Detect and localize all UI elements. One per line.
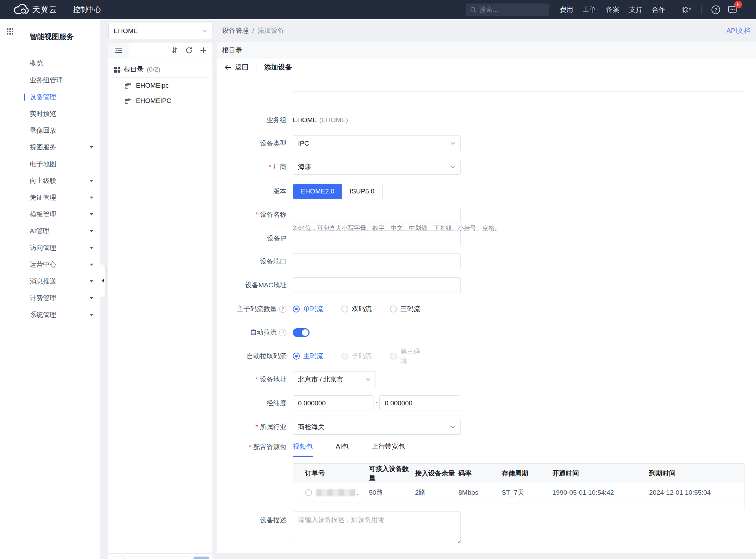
tab-upstream-bandwidth-package[interactable]: 上行带宽包 xyxy=(372,442,405,457)
tree-search-button[interactable] xyxy=(194,557,209,559)
table-row[interactable]: . 50路 2路 8Mbps ST_7天 1990-05-01 10:54:42… xyxy=(293,483,744,502)
global-search-input[interactable]: 搜索... xyxy=(466,3,549,16)
help-button[interactable]: ? xyxy=(710,4,722,16)
chevron-down-icon xyxy=(450,425,456,428)
sidebar-item-view-service[interactable]: 视图服务 xyxy=(20,139,100,156)
form-row-device-port: 设备端口 xyxy=(217,253,461,269)
sidebar-collapse-handle[interactable] xyxy=(100,264,105,297)
sidebar-item-overview[interactable]: 概览 xyxy=(20,55,100,72)
vendor-select[interactable]: 海康 xyxy=(293,159,461,175)
navbar-divider-2 xyxy=(701,6,702,14)
longitude-field xyxy=(293,395,373,411)
chevron-down-icon xyxy=(90,264,93,266)
brand-name[interactable]: 天翼云 xyxy=(32,4,57,15)
device-tree-panel: EHOME xyxy=(108,19,212,559)
package-table-header: 订单号 可接入设备数量 接入设备余量 码率 存储周期 开通时间 到期时间 xyxy=(293,464,744,483)
form-row-stream-count: 主子码流数量 ? 单码流 双码流 三码流 xyxy=(217,304,438,314)
root-grid-icon xyxy=(114,66,121,73)
auto-pull-help-icon[interactable]: ? xyxy=(279,329,286,336)
form-row-auto-pull: 自动拉流 ? xyxy=(217,328,310,337)
sidebar-item-business-groups[interactable]: 业务组管理 xyxy=(20,72,100,89)
radio-sub-stream: 子码流 xyxy=(341,352,375,361)
root-node-label: 根目录 xyxy=(124,65,144,74)
tree-root-node[interactable]: 根目录 (0/2) xyxy=(108,58,212,78)
sidebar-item-credentials[interactable]: 凭证管理 xyxy=(20,189,100,206)
console-link[interactable]: 控制中心 xyxy=(73,5,101,14)
row-radio[interactable] xyxy=(305,489,312,496)
collapse-left-icon xyxy=(102,279,104,282)
device-ip-input[interactable] xyxy=(298,235,456,242)
sidebar-item-billing[interactable]: 计费管理 xyxy=(20,290,100,307)
industry-select[interactable]: 商检海关 xyxy=(293,419,461,435)
sidebar-item-device-management[interactable]: 设备管理 xyxy=(20,89,100,105)
device-mac-label: 设备MAC地址 xyxy=(217,281,286,290)
resource-pkg-tabs: 视频包 AI包 上行带宽包 xyxy=(293,442,405,457)
filter-button[interactable] xyxy=(112,557,125,559)
apps-grid-icon[interactable] xyxy=(7,28,13,35)
longitude-input[interactable] xyxy=(298,399,368,407)
auto-pull-toggle[interactable] xyxy=(293,328,310,337)
stream-count-help-icon[interactable]: ? xyxy=(279,306,286,313)
radio-triple-stream[interactable]: 三码流 xyxy=(390,304,423,314)
form-row-version: 版本 EHOME2.0 ISUP5.0 xyxy=(217,184,383,199)
form-row-industry: 所属行业 商检海关 xyxy=(217,419,461,435)
tab-ai-package[interactable]: AI包 xyxy=(336,442,349,457)
sort-button[interactable] xyxy=(170,46,178,54)
col-storage: 存储周期 xyxy=(502,469,552,478)
lnglat-label: 经纬度 xyxy=(217,399,286,408)
version-option-isup5[interactable]: ISUP5.0 xyxy=(342,184,382,199)
radio-dual-stream[interactable]: 双码流 xyxy=(341,304,375,314)
collapse-tree-button[interactable] xyxy=(108,43,129,58)
sidebar-item-live-preview[interactable]: 实时预览 xyxy=(20,105,100,122)
description-textarea[interactable] xyxy=(293,512,461,544)
messages-button[interactable]: 6 xyxy=(727,4,739,16)
device-mac-input[interactable] xyxy=(298,281,456,289)
stream-count-radio-group: 单码流 双码流 三码流 xyxy=(293,304,438,314)
menu-item-support[interactable]: 支持 xyxy=(629,5,642,14)
version-segmented-control: EHOME2.0 ISUP5.0 xyxy=(293,184,383,199)
menu-item-tickets[interactable]: 工单 xyxy=(583,5,596,14)
version-option-ehome2[interactable]: EHOME2.0 xyxy=(293,184,342,199)
breadcrumb-device-management[interactable]: 设备管理 xyxy=(222,26,249,35)
sidebar-item-templates[interactable]: 模板管理 xyxy=(20,206,100,223)
sidebar-item-playback[interactable]: 录像回放 xyxy=(20,122,100,139)
menu-item-filing[interactable]: 备案 xyxy=(606,5,619,14)
sidebar-item-operation-center[interactable]: 运营中心 xyxy=(20,256,100,273)
menu-item-cooperation[interactable]: 合作 xyxy=(652,5,666,14)
tree-item-device[interactable]: EHOMEipc xyxy=(108,78,212,93)
form-row-description: 设备描述 xyxy=(217,512,461,544)
device-type-select[interactable]: IPC xyxy=(293,135,461,151)
root-directory-label: 根目录 xyxy=(222,46,242,55)
sidebar-item-access-management[interactable]: 访问管理 xyxy=(20,240,100,256)
device-address-select[interactable]: 北京市 / 北京市 xyxy=(293,372,376,387)
tree-search-input[interactable] xyxy=(128,557,190,559)
back-button[interactable]: 返回 xyxy=(224,63,248,72)
device-address-label: 设备地址 xyxy=(217,375,286,384)
auto-pull-stream-radio-group: 主码流 子码流 第三码流 xyxy=(293,347,438,365)
col-end-time: 到期时间 xyxy=(649,469,744,478)
api-docs-link[interactable]: API文档 xyxy=(726,26,750,35)
breadcrumb-current: 添加设备 xyxy=(257,26,284,35)
refresh-button[interactable] xyxy=(185,46,193,54)
sidebar: 智能视图服务 概览 业务组管理 设备管理 实时预览 录像回放 视图服务 电子地图… xyxy=(20,19,100,559)
add-device-button[interactable] xyxy=(200,47,207,54)
chevron-down-icon xyxy=(365,378,371,381)
user-menu[interactable]: 徐* xyxy=(682,5,691,14)
cloud-logo-icon[interactable] xyxy=(13,4,29,16)
device-port-input[interactable] xyxy=(298,258,456,265)
tab-video-package[interactable]: 视频包 xyxy=(293,442,313,457)
col-start-time: 开通时间 xyxy=(552,469,649,478)
business-group-select[interactable]: EHOME xyxy=(108,23,212,39)
radio-main-stream[interactable]: 主码流 xyxy=(293,352,326,361)
sidebar-item-ai-management[interactable]: AI管理 xyxy=(20,223,100,240)
sidebar-item-message-push[interactable]: 消息推送 xyxy=(20,273,100,290)
chevron-down-icon xyxy=(450,165,456,168)
sidebar-item-emap[interactable]: 电子地图 xyxy=(20,156,100,172)
tree-item-device[interactable]: EHOMEIPC xyxy=(108,93,212,109)
sidebar-item-system[interactable]: 系统管理 xyxy=(20,307,100,323)
latitude-input[interactable] xyxy=(385,399,455,407)
device-name-input[interactable] xyxy=(298,211,456,219)
menu-item-fees[interactable]: 费用 xyxy=(560,5,573,14)
radio-single-stream[interactable]: 单码流 xyxy=(293,304,326,314)
sidebar-item-cascade-up[interactable]: 向上级联 xyxy=(20,172,100,189)
